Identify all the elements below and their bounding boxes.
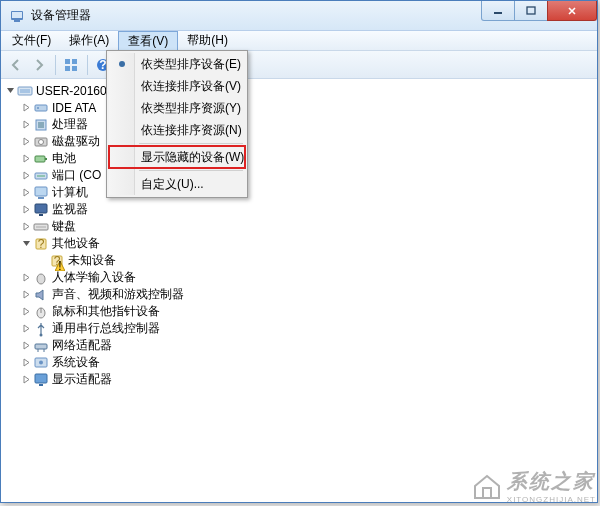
svg-rect-36	[35, 344, 47, 349]
menu-sort-by-connection-devices[interactable]: 依连接排序设备(V)	[109, 75, 245, 97]
tree-node-label: 网络适配器	[52, 337, 112, 354]
svg-rect-18	[35, 156, 45, 162]
battery-icon	[33, 151, 49, 167]
device-tree[interactable]: USER-20160IDE ATA处理器磁盘驱动电池端口 (CO计算机监视器键盘…	[2, 80, 596, 390]
tree-node[interactable]: 通用串行总线控制器	[2, 320, 596, 337]
menu-show-hidden-devices[interactable]: 显示隐藏的设备(W)	[109, 146, 245, 168]
tree-node-label: 处理器	[52, 116, 88, 133]
radio-checked-icon	[115, 57, 129, 71]
svg-rect-39	[35, 374, 47, 383]
tree-node[interactable]: 人体学输入设备	[2, 269, 596, 286]
tree-node[interactable]: 计算机	[2, 184, 596, 201]
menu-sort-by-type-resources[interactable]: 依类型排序资源(Y)	[109, 97, 245, 119]
expand-icon[interactable]	[20, 153, 32, 165]
expand-icon[interactable]	[20, 170, 32, 182]
port-icon	[33, 168, 49, 184]
svg-rect-11	[20, 89, 30, 93]
unknown-icon: ?!	[49, 253, 65, 269]
menu-sort-by-connection-resources[interactable]: 依连接排序资源(N)	[109, 119, 245, 141]
minimize-button[interactable]	[481, 1, 515, 21]
tree-node[interactable]: 系统设备	[2, 354, 596, 371]
expand-icon[interactable]	[20, 272, 32, 284]
collapse-icon[interactable]	[20, 238, 32, 250]
menu-action[interactable]: 操作(A)	[60, 31, 118, 50]
menu-sort-by-type-devices[interactable]: 依类型排序设备(E)	[109, 53, 245, 75]
titlebar: 设备管理器	[1, 1, 597, 31]
svg-rect-5	[72, 59, 77, 64]
computer-icon	[33, 185, 49, 201]
menu-customize[interactable]: 自定义(U)...	[109, 173, 245, 195]
menu-separator	[139, 170, 243, 171]
toolbar-separator	[55, 55, 56, 75]
tree-node[interactable]: 声音、视频和游戏控制器	[2, 286, 596, 303]
tree-node-label: 通用串行总线控制器	[52, 320, 160, 337]
tree-node-label: 显示适配器	[52, 371, 112, 388]
menu-file[interactable]: 文件(F)	[3, 31, 60, 50]
svg-point-32	[37, 274, 45, 284]
svg-point-41	[119, 61, 125, 67]
tree-node[interactable]: 处理器	[2, 116, 596, 133]
tree-node-label: 计算机	[52, 184, 88, 201]
collapse-icon[interactable]	[4, 85, 16, 97]
tree-node[interactable]: 鼠标和其他指针设备	[2, 303, 596, 320]
tree-node[interactable]: 监视器	[2, 201, 596, 218]
menu-view[interactable]: 查看(V)	[118, 31, 178, 50]
expand-icon[interactable]	[20, 119, 32, 131]
show-all-button[interactable]	[60, 54, 82, 76]
svg-rect-23	[35, 204, 47, 213]
expand-icon[interactable]	[20, 374, 32, 386]
network-icon	[33, 338, 49, 354]
expand-icon[interactable]	[20, 340, 32, 352]
tree-node[interactable]: 网络适配器	[2, 337, 596, 354]
menu-item-label: 依连接排序设备(V)	[141, 78, 241, 95]
expand-icon[interactable]	[20, 323, 32, 335]
svg-rect-4	[65, 59, 70, 64]
svg-rect-21	[35, 187, 47, 196]
menu-item-label: 显示隐藏的设备(W)	[141, 149, 244, 166]
tree-node[interactable]: USER-20160	[2, 82, 596, 99]
expand-icon[interactable]	[20, 306, 32, 318]
expand-icon[interactable]	[20, 221, 32, 233]
tree-node-label: 端口 (CO	[52, 167, 101, 184]
expand-icon[interactable]	[20, 357, 32, 369]
maximize-button[interactable]	[514, 1, 548, 21]
expand-icon[interactable]	[20, 289, 32, 301]
tree-node[interactable]: 电池	[2, 150, 596, 167]
tree-node[interactable]: IDE ATA	[2, 99, 596, 116]
tree-node[interactable]: ?其他设备	[2, 235, 596, 252]
menu-item-label: 依类型排序设备(E)	[141, 56, 241, 73]
tree-node-label: 监视器	[52, 201, 88, 218]
svg-rect-12	[35, 105, 47, 111]
tree-node[interactable]: 显示适配器	[2, 371, 596, 388]
close-button[interactable]	[547, 1, 597, 21]
sound-icon	[33, 287, 49, 303]
tree-node-label: 人体学输入设备	[52, 269, 136, 286]
tree-node-label: 未知设备	[68, 252, 116, 269]
svg-point-38	[39, 360, 43, 364]
toolbar: ?	[1, 51, 597, 79]
expand-icon[interactable]	[20, 136, 32, 148]
window-title: 设备管理器	[31, 7, 91, 24]
svg-text:!: !	[58, 261, 61, 271]
expand-icon[interactable]	[20, 102, 32, 114]
keyboard-icon	[33, 219, 49, 235]
svg-rect-24	[39, 214, 43, 216]
tree-node-label: 鼠标和其他指针设备	[52, 303, 160, 320]
menu-item-label: 依类型排序资源(Y)	[141, 100, 241, 117]
tree-node[interactable]: 磁盘驱动	[2, 133, 596, 150]
svg-rect-22	[38, 197, 44, 199]
svg-point-35	[40, 333, 43, 336]
expand-icon[interactable]	[20, 187, 32, 199]
menu-separator	[139, 143, 243, 144]
tree-node[interactable]: ?!未知设备	[2, 252, 596, 269]
expand-icon[interactable]	[20, 204, 32, 216]
back-button[interactable]	[5, 54, 27, 76]
forward-button[interactable]	[28, 54, 50, 76]
tree-node[interactable]: 键盘	[2, 218, 596, 235]
svg-point-13	[37, 107, 39, 109]
menubar: 文件(F) 操作(A) 查看(V) 帮助(H)	[1, 31, 597, 51]
menu-item-label: 依连接排序资源(N)	[141, 122, 242, 139]
tree-node[interactable]: 端口 (CO	[2, 167, 596, 184]
menu-help[interactable]: 帮助(H)	[178, 31, 237, 50]
tree-node-label: 电池	[52, 150, 76, 167]
